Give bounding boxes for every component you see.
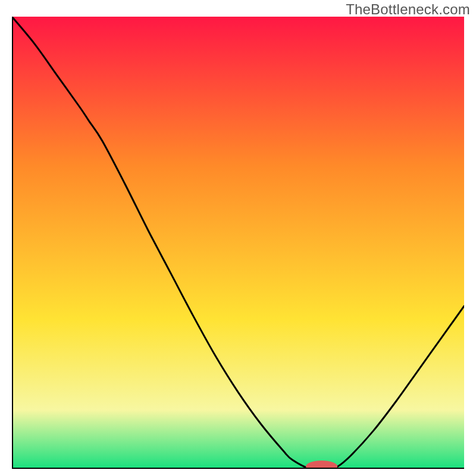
chart-frame: TheBottleneck.com: [0, 0, 476, 476]
watermark-text: TheBottleneck.com: [346, 1, 470, 18]
plot-area: [12, 17, 464, 469]
bottleneck-chart: [12, 17, 464, 469]
